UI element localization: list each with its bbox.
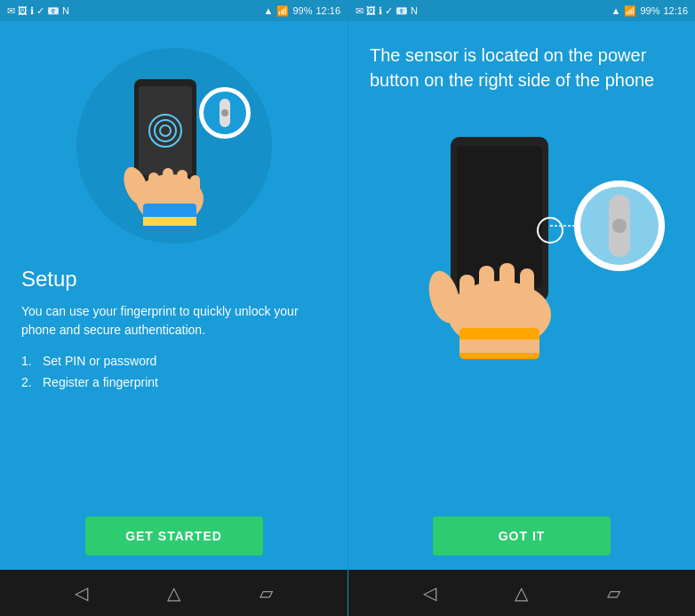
- left-content-area: Setup You can use your fingerprint to qu…: [0, 21, 348, 570]
- right-phone-panel: ✉ 🖼 ℹ ✓ 📧 N ▲ 📶 99% 12:16 The sensor is …: [348, 0, 695, 616]
- svg-rect-22: [499, 263, 515, 318]
- r-mail-icon: ✉: [355, 5, 363, 17]
- left-status-bar-right: ▲ 📶 99% 12:16: [264, 5, 340, 17]
- nfc-icon: N: [62, 5, 69, 16]
- right-nav-bar: ◁ △ ▱: [348, 570, 695, 616]
- right-button-area: GOT IT: [348, 516, 695, 570]
- right-spacer: [348, 377, 695, 516]
- right-home-button[interactable]: △: [515, 582, 528, 604]
- r-info-icon: ℹ: [379, 5, 382, 17]
- r-image-icon: 🖼: [366, 5, 376, 16]
- left-phone-panel: ✉ 🖼 ℹ ✓ 📧 N ▲ 📶 99% 12:16: [0, 0, 348, 616]
- svg-rect-26: [459, 340, 539, 353]
- r-nfc-icon: N: [411, 5, 418, 16]
- left-status-bar: ✉ 🖼 ℹ ✓ 📧 N ▲ 📶 99% 12:16: [0, 0, 348, 21]
- wifi-icon: ▲: [264, 5, 274, 16]
- sensor-illustration: [371, 101, 673, 368]
- setup-steps-list: 1. Set PIN or password 2. Register a fin…: [21, 354, 326, 389]
- r-check-icon: ✓: [385, 5, 393, 17]
- left-back-button[interactable]: ◁: [75, 582, 88, 604]
- svg-rect-20: [459, 275, 475, 317]
- svg-rect-23: [520, 268, 534, 318]
- left-button-area: GET STARTED: [0, 516, 348, 570]
- r-mail2-icon: 📧: [395, 5, 408, 17]
- right-back-button[interactable]: ◁: [423, 582, 436, 604]
- right-content-area: The sensor is located on the power butto…: [348, 21, 695, 570]
- r-wifi-icon: ▲: [611, 5, 621, 16]
- right-status-icons-left: ✉ 🖼 ℹ ✓ 📧 N: [355, 5, 418, 17]
- svg-rect-18: [457, 146, 542, 288]
- step-2-text: Register a fingerprint: [43, 375, 158, 389]
- step-1-number: 1.: [21, 354, 36, 368]
- image-icon: 🖼: [18, 5, 28, 16]
- left-nav-bar: ◁ △ ▱: [0, 570, 348, 616]
- left-illustration-area: [0, 21, 348, 252]
- get-started-button[interactable]: GET STARTED: [85, 516, 263, 556]
- signal-icon: 📶: [276, 5, 289, 17]
- sensor-location-text: The sensor is located on the power butto…: [348, 21, 695, 92]
- svg-point-31: [612, 219, 627, 233]
- r-battery-text: 99%: [640, 5, 659, 16]
- svg-rect-8: [143, 217, 196, 226]
- svg-rect-10: [163, 168, 173, 200]
- left-home-button[interactable]: △: [167, 582, 180, 604]
- mail-icon: ✉: [7, 5, 15, 17]
- svg-rect-11: [177, 170, 188, 200]
- r-time-text: 12:16: [663, 5, 688, 16]
- r-signal-icon: 📶: [624, 5, 636, 17]
- right-illustration-area: [348, 92, 695, 377]
- got-it-button[interactable]: GOT IT: [433, 516, 611, 556]
- step-2: 2. Register a fingerprint: [21, 375, 326, 389]
- svg-rect-1: [139, 86, 192, 175]
- svg-rect-12: [190, 175, 200, 200]
- svg-point-16: [221, 109, 228, 116]
- check-icon: ✓: [36, 5, 44, 17]
- left-recents-button[interactable]: ▱: [260, 582, 273, 604]
- mail2-icon: 📧: [47, 5, 60, 17]
- left-text-content: Setup You can use your fingerprint to qu…: [0, 252, 348, 516]
- step-1: 1. Set PIN or password: [21, 354, 326, 368]
- setup-title: Setup: [21, 267, 326, 292]
- right-recents-button[interactable]: ▱: [607, 582, 620, 604]
- info-icon: ℹ: [30, 5, 34, 17]
- step-1-text: Set PIN or password: [43, 354, 156, 368]
- right-status-bar: ✉ 🖼 ℹ ✓ 📧 N ▲ 📶 99% 12:16: [348, 0, 695, 21]
- circle-background: [76, 48, 272, 244]
- svg-rect-21: [479, 266, 494, 317]
- right-status-bar-right: ▲ 📶 99% 12:16: [611, 5, 688, 17]
- svg-rect-9: [148, 172, 159, 201]
- fingerprint-illustration: [81, 52, 268, 239]
- setup-description: You can use your fingerprint to quickly …: [21, 302, 326, 340]
- left-status-icons-left: ✉ 🖼 ℹ ✓ 📧 N: [7, 5, 69, 17]
- battery-text: 99%: [292, 5, 312, 16]
- step-2-number: 2.: [21, 375, 36, 389]
- time-text: 12:16: [316, 5, 340, 16]
